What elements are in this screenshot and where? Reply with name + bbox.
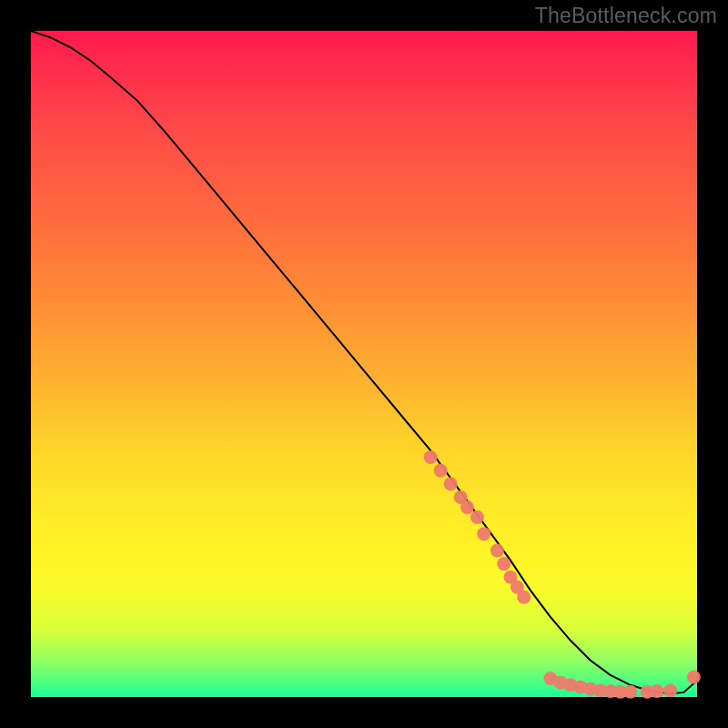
curve-marker <box>470 511 484 524</box>
plot-overlay-svg <box>31 31 697 697</box>
curve-marker <box>434 464 448 478</box>
curve-marker <box>490 543 504 557</box>
curve-marker <box>517 591 531 604</box>
watermark-text: TheBottleneck.com <box>535 4 717 28</box>
curve-markers-group <box>424 450 701 699</box>
curve-marker <box>623 685 637 699</box>
curve-marker <box>460 500 474 514</box>
curve-marker <box>424 450 438 464</box>
chart-frame: TheBottleneck.com <box>0 0 728 728</box>
bottleneck-curve <box>31 31 697 693</box>
curve-marker <box>444 477 458 490</box>
curve-marker <box>651 684 664 698</box>
curve-marker <box>687 671 701 684</box>
curve-marker <box>663 683 677 697</box>
curve-marker <box>477 527 490 541</box>
plot-area <box>31 31 697 697</box>
curve-marker <box>497 557 511 571</box>
